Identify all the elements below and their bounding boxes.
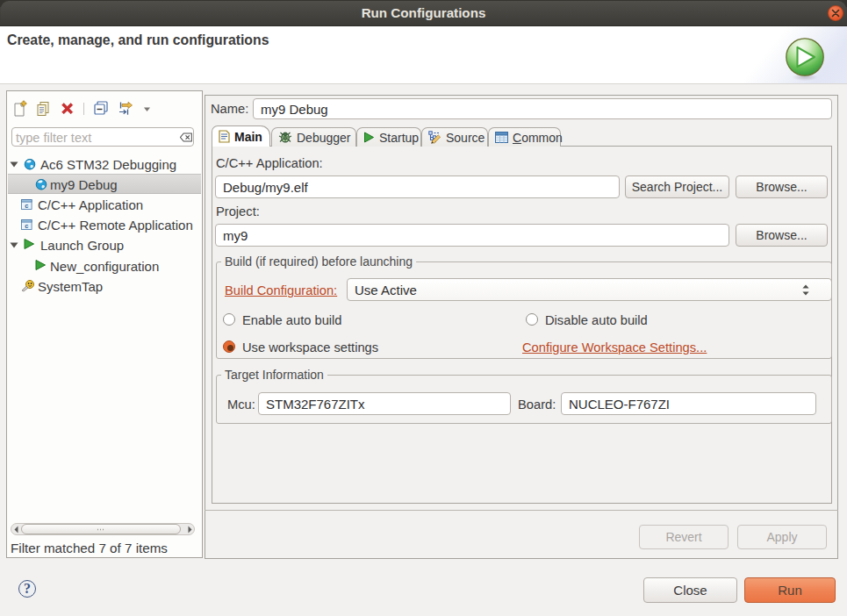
svg-text:c: c	[25, 202, 28, 210]
svg-text:c: c	[25, 222, 28, 230]
